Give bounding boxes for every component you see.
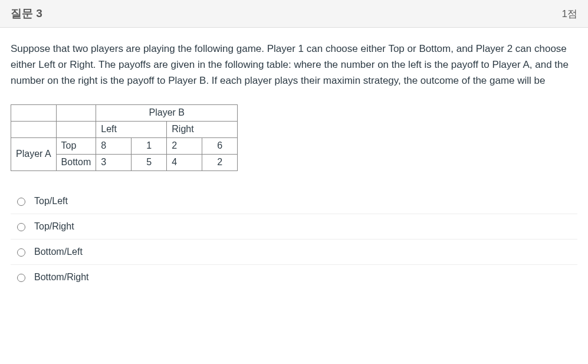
answer-label: Bottom/Right <box>34 272 88 283</box>
payoff-cell: 2 <box>202 154 238 170</box>
payoff-cell: 4 <box>167 154 202 170</box>
table-empty-cell <box>11 104 57 121</box>
payoff-table: Player B Left Right Player A Top 8 1 2 6… <box>11 104 238 171</box>
question-title: 질문 3 <box>11 6 42 21</box>
question-body: Suppose that two players are playing the… <box>0 28 588 296</box>
answer-option[interactable]: Top/Right <box>11 214 577 239</box>
table-empty-cell <box>56 104 96 121</box>
answer-radio[interactable] <box>17 274 25 282</box>
payoff-cell: 2 <box>167 137 202 154</box>
answer-list: Top/Left Top/Right Bottom/Left Bottom/Ri… <box>11 189 577 290</box>
col-player-label: Player B <box>96 104 238 121</box>
answer-radio[interactable] <box>17 198 25 206</box>
answer-radio[interactable] <box>17 248 25 257</box>
answer-label: Bottom/Left <box>34 247 83 257</box>
payoff-cell: 5 <box>132 154 167 170</box>
answer-label: Top/Right <box>34 221 74 232</box>
payoff-cell: 1 <box>132 137 167 154</box>
payoff-cell: 3 <box>96 154 132 170</box>
col-label-right: Right <box>167 121 238 137</box>
row-player-label: Player A <box>11 137 57 170</box>
payoff-cell: 8 <box>96 137 132 154</box>
question-header: 질문 3 1점 <box>0 0 588 28</box>
table-empty-cell <box>56 121 96 137</box>
question-prompt: Suppose that two players are playing the… <box>11 41 577 89</box>
answer-option[interactable]: Bottom/Right <box>11 264 577 290</box>
row-label-bottom: Bottom <box>56 154 96 170</box>
answer-label: Top/Left <box>34 196 68 206</box>
col-label-left: Left <box>96 121 167 137</box>
answer-option[interactable]: Top/Left <box>11 189 577 214</box>
answer-option[interactable]: Bottom/Left <box>11 239 577 264</box>
table-empty-cell <box>11 121 57 137</box>
question-points: 1점 <box>562 7 577 21</box>
answer-radio[interactable] <box>17 223 25 231</box>
row-label-top: Top <box>56 137 96 154</box>
payoff-cell: 6 <box>202 137 238 154</box>
